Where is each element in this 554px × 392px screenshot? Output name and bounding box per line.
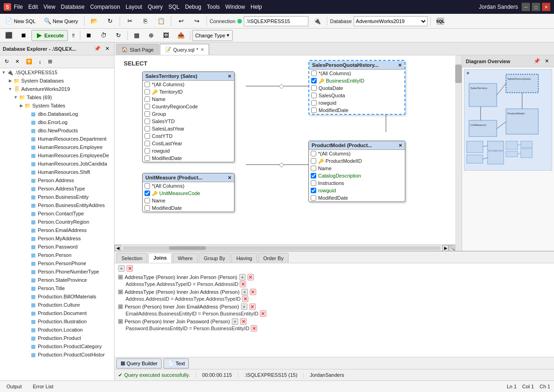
tab-group-by[interactable]: Group By [199,253,230,263]
zoom-button[interactable]: 🔍 [449,245,455,251]
cb-umc[interactable] [145,190,150,196]
join-collapse-2[interactable]: − [118,290,123,294]
table-close-quota[interactable]: ✕ [398,63,402,68]
tree-table-item[interactable]: ▦ HumanResources.Shift [0,168,114,176]
cb-costytd[interactable] [145,133,150,139]
sidebar-pin-button[interactable]: 📌 [92,45,102,53]
tree-table-item[interactable]: ▦ Production.Illustration [0,317,114,326]
execute-button[interactable]: ▶ Execute [31,30,68,41]
connection-input[interactable] [244,16,308,26]
cb-moddate-pm[interactable] [311,195,316,201]
stop2-button[interactable]: ⏹ [82,30,96,41]
diagram-pin-button[interactable]: 📌 [532,57,542,65]
cb-rowguid-pm[interactable] [311,188,316,193]
cb-country[interactable] [145,104,150,109]
change-type-button[interactable]: Change Type ▾ [192,30,233,41]
join-remove-3[interactable]: ✕ [249,303,256,310]
cb-name-pm[interactable] [311,166,316,171]
tree-table-item[interactable]: ▦ Person.ContactType [0,209,114,218]
tab-start-page[interactable]: 🏠 Start Page [116,44,159,55]
remove-join-button[interactable]: ✕ [126,265,133,272]
export-button[interactable]: 📤 [174,30,188,41]
cb-all-pm[interactable] [311,151,316,156]
table-grid-button[interactable]: ▦ [130,30,144,41]
tree-table-item[interactable]: ▦ Person.CountryRegion [0,218,114,226]
sidebar-refresh-button[interactable]: ↻ [3,57,11,66]
menu-database[interactable]: Database [61,4,84,10]
text-button[interactable]: 📄 Text [163,358,189,368]
checkbox-all-st[interactable] [145,82,150,87]
connect-button[interactable]: 🔌 [310,16,324,27]
cb-name-st[interactable] [145,96,150,102]
tree-table-item[interactable]: ▦ Production.ProductCostHistor [0,350,114,359]
tree-table-item[interactable]: ▦ Production.Product [0,334,114,342]
tab-selection[interactable]: Selection [116,253,147,263]
join-collapse-3[interactable]: − [118,304,123,309]
database-select[interactable]: AdventureWorks2019 [354,16,428,26]
open-button[interactable]: 📂 [87,16,101,27]
cb-pmid[interactable] [311,158,316,164]
cb-salesytd[interactable] [145,119,150,124]
tree-table-item[interactable]: ▦ HumanResources.Department [0,135,114,143]
tree-table-item[interactable]: ▦ Person.AddressType [0,184,114,193]
tab-having[interactable]: Having [231,253,257,263]
cb-costlastyear[interactable] [145,141,150,146]
scroll-left-button[interactable]: ◀ [114,245,121,251]
tree-table-item[interactable]: ▦ Production.BillOfMaterials [0,292,114,301]
menu-tools[interactable]: Tools [207,4,220,10]
menu-edit[interactable]: Edit [28,4,38,10]
join-remove-cond-3[interactable]: ✕ [260,310,266,317]
sidebar-group-button[interactable]: ⊞ [46,57,54,66]
timer-button[interactable]: ⏱ [97,30,111,41]
tree-table-item[interactable]: ▦ Person.Title [0,284,114,292]
join-remove-4[interactable]: ✕ [240,318,247,325]
table-header-unit-measure[interactable]: UnitMeasure (Product... ✕ [143,173,234,182]
cb-moddate-um[interactable] [145,205,150,211]
tab-close-icon[interactable]: ✕ [200,47,204,52]
tree-table-item[interactable]: ▦ Person.Address [0,176,114,184]
sidebar-filter-button[interactable]: 🔽 [24,57,34,66]
new-query-button[interactable]: 🔍 New Query [41,16,81,27]
tab-joins[interactable]: Joins [148,253,172,263]
redo-button[interactable]: ↪ [190,16,204,27]
menu-help[interactable]: Help [251,4,262,10]
refresh-button[interactable]: ↻ [103,16,117,27]
cb-group[interactable] [145,111,150,117]
join-add-3[interactable]: + [241,303,247,310]
image-button[interactable]: 🖼 [159,30,173,41]
tree-table-item[interactable]: ▦ Person.PhoneNumberType [0,267,114,276]
join-collapse-4[interactable]: − [118,319,123,324]
tree-table-item[interactable]: ▦ HumanResources.JobCandida [0,160,114,168]
join-remove-cond-2[interactable]: ✕ [242,296,248,302]
sidebar-sort-button[interactable]: ↕ [37,57,43,66]
tree-root-connection[interactable]: ▼ 🔌 .\SQLEXPRESS15 [0,68,114,77]
run-small-button[interactable]: ⬛ [2,30,16,41]
tree-table-item[interactable]: ▦ HumanResources.EmployeeDe [0,151,114,160]
cb-moddate-quota[interactable] [311,107,317,113]
paste-button[interactable]: 📋 [154,16,168,27]
cb-all-um[interactable] [145,183,150,189]
cb-rowguid-st[interactable] [145,148,150,154]
table-header-product-model[interactable]: ProductModel (Product... ✕ [309,141,405,150]
tab-order-by[interactable]: Order By [258,253,289,263]
menu-file[interactable]: File [14,4,23,10]
tree-table-item[interactable]: ▦ Production.Document [0,309,114,317]
cb-name-um[interactable] [145,198,150,203]
tree-table-item[interactable]: ▦ Person.EmailAddress [0,226,114,234]
more-toolbar-button[interactable]: SQL [434,16,447,27]
table-header-sales-territory[interactable]: SalesTerritory (Sales) ✕ [143,72,234,81]
tree-table-item[interactable]: ▦ Person.BusinessEntityAddres [0,201,114,209]
cb-rowguid-quota[interactable] [311,100,317,106]
join-add-4[interactable]: + [232,318,238,325]
tree-table-item[interactable]: ▦ Production.ProductCategory [0,342,114,350]
cb-instructions[interactable] [311,180,316,186]
table-close-pm[interactable]: ✕ [398,143,402,148]
menu-view[interactable]: View [43,4,55,10]
footer-tab-error-list[interactable]: Error List [30,383,56,390]
tab-where[interactable]: Where [173,253,198,263]
cb-all-quota[interactable] [311,71,317,76]
tree-tables-group[interactable]: ▼ 📁 Tables (69) [0,93,114,101]
join-remove-cond-1[interactable]: ✕ [240,281,246,287]
minimize-button[interactable]: ─ [522,3,530,11]
tree-system-tables[interactable]: ▶ 📁 System Tables [0,101,114,110]
